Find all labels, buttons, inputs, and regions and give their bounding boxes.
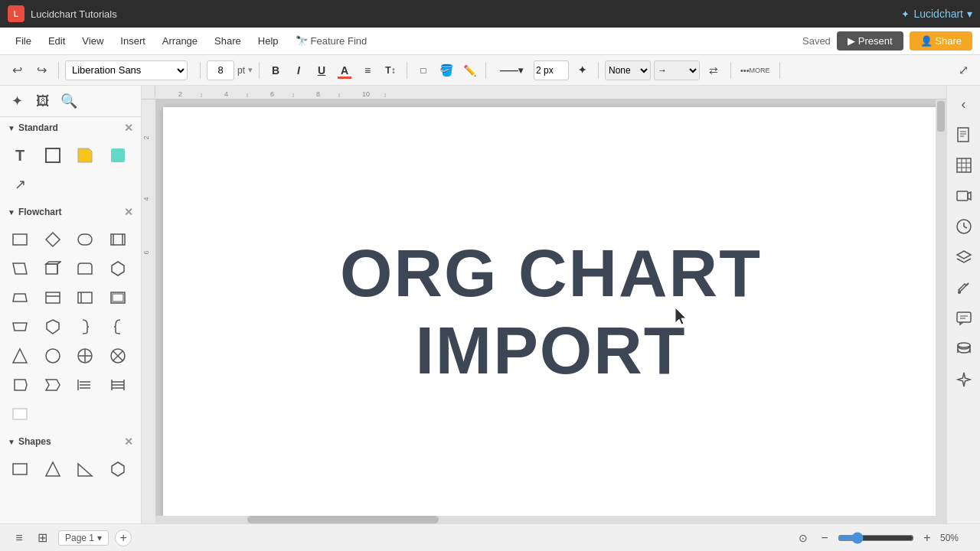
underline-button[interactable]: U: [312, 60, 332, 80]
note-shape[interactable]: [71, 142, 99, 169]
redo-button[interactable]: ↪: [31, 60, 52, 81]
menu-share[interactable]: Share: [207, 32, 249, 50]
align-button[interactable]: ≡: [358, 60, 377, 80]
start-arrow-select[interactable]: None Arrow: [605, 60, 651, 80]
canvas-area[interactable]: 2 4 6 8 10 2 4: [142, 86, 946, 523]
canvas-vscrollbar[interactable]: [936, 99, 946, 516]
canvas-title: ORG CHART IMPORT: [340, 234, 762, 389]
feature-find-btn[interactable]: 🔭 Feature Find: [296, 35, 368, 47]
sh-triangle[interactable]: [39, 455, 67, 483]
text-format-button[interactable]: T↕: [381, 60, 400, 80]
fill-color-button[interactable]: 🪣: [436, 60, 456, 80]
line-width-input[interactable]: [534, 60, 569, 80]
shapes-panel-button[interactable]: ✦: [6, 90, 28, 112]
fc-circle-x[interactable]: [104, 342, 132, 370]
fc-triangle[interactable]: [6, 342, 34, 370]
sh-hexagon[interactable]: [104, 455, 132, 483]
page-properties-btn[interactable]: [952, 122, 976, 147]
image-panel-button[interactable]: 🖼: [32, 90, 54, 112]
connection-point-button[interactable]: ✦: [572, 60, 592, 80]
font-size-input[interactable]: [207, 60, 234, 80]
fc-lines2[interactable]: [104, 371, 132, 399]
fc-circle[interactable]: [39, 342, 67, 370]
fc-double-border[interactable]: [104, 284, 132, 311]
fc-pent-left[interactable]: [6, 371, 34, 399]
sh-right-triangle[interactable]: [71, 455, 99, 483]
history-btn[interactable]: [952, 214, 976, 239]
menu-help[interactable]: Help: [250, 32, 286, 50]
fit-btn[interactable]: ⊙: [795, 532, 812, 544]
fc-diamond[interactable]: [39, 226, 67, 253]
font-family-select[interactable]: Liberation Sans Arial Helvetica Times Ne…: [65, 60, 188, 80]
fc-box3d[interactable]: [39, 255, 67, 282]
menu-arrange[interactable]: Arrange: [155, 32, 205, 50]
end-arrow-select[interactable]: → None: [654, 60, 700, 80]
collapse-right-panel-btn[interactable]: ‹: [952, 92, 976, 116]
swap-button[interactable]: ⇄: [703, 60, 724, 81]
fc-circle-plus[interactable]: [71, 342, 99, 370]
fc-lines[interactable]: [71, 371, 99, 399]
line-style-button[interactable]: ——▾: [492, 60, 531, 80]
arrow-shape[interactable]: ↗: [6, 171, 34, 198]
fc-rect[interactable]: [6, 226, 34, 253]
color-rect-shape[interactable]: [104, 142, 132, 169]
flowchart-section-header[interactable]: ▼ Flowchart ✕: [0, 201, 141, 223]
rect-shape[interactable]: [39, 142, 67, 169]
page-selector[interactable]: Page 1 ▾: [58, 530, 109, 546]
share-button[interactable]: 👤 Share: [910, 31, 972, 51]
fc-rounded[interactable]: [71, 226, 99, 253]
canvas-vscrollbar-thumb[interactable]: [937, 101, 945, 132]
fullscreen-button[interactable]: ⤢: [952, 60, 974, 81]
undo-button[interactable]: ↩: [6, 60, 28, 81]
zoom-slider[interactable]: [838, 532, 914, 544]
bold-button[interactable]: B: [266, 60, 286, 80]
grid-view-btn[interactable]: ⊞: [32, 528, 52, 548]
menu-view[interactable]: View: [74, 32, 111, 50]
comment-btn[interactable]: [952, 306, 976, 331]
add-page-btn[interactable]: +: [115, 530, 132, 546]
more-button[interactable]: ••• MORE: [737, 60, 773, 81]
flowchart-close-btn[interactable]: ✕: [124, 206, 133, 218]
toolbar: ↩ ↪ Liberation Sans Arial Helvetica Time…: [0, 55, 980, 86]
menu-edit[interactable]: Edit: [41, 32, 73, 50]
svg-rect-65: [958, 128, 969, 142]
fc-rect-round-top[interactable]: [71, 255, 99, 282]
text-shape[interactable]: T: [6, 142, 34, 169]
fc-trapezoid[interactable]: [6, 284, 34, 311]
fc-brace-left[interactable]: [104, 313, 132, 341]
menu-insert[interactable]: Insert: [113, 32, 153, 50]
standard-close-btn[interactable]: ✕: [124, 122, 133, 134]
search-panel-button[interactable]: 🔍: [58, 90, 80, 112]
fc-white-rect[interactable]: [6, 400, 34, 428]
zoom-plus-btn[interactable]: +: [919, 531, 936, 545]
ai-btn[interactable]: [952, 367, 976, 392]
fc-shield[interactable]: [39, 313, 67, 341]
menu-file[interactable]: File: [8, 32, 39, 50]
shapes-section-header[interactable]: ▼ Shapes ✕: [0, 431, 141, 452]
present-button[interactable]: ▶ Present: [837, 31, 903, 51]
linked-data-btn[interactable]: [952, 184, 976, 208]
database-btn[interactable]: [952, 337, 976, 361]
shape-style-button[interactable]: □: [413, 60, 433, 80]
fc-brace-right[interactable]: [71, 313, 99, 341]
fill-btn[interactable]: [952, 276, 976, 300]
fc-inv-trapezoid[interactable]: [6, 313, 34, 341]
zoom-minus-btn[interactable]: −: [816, 531, 833, 545]
fc-hexagon[interactable]: [104, 255, 132, 282]
fc-rect-scroll[interactable]: [71, 284, 99, 311]
shapes-close-btn[interactable]: ✕: [124, 435, 133, 448]
data-panel-btn[interactable]: [952, 153, 976, 178]
standard-section-header[interactable]: ▼ Standard ✕: [0, 117, 141, 139]
layers-btn[interactable]: [952, 245, 976, 269]
fc-parallelogram[interactable]: [6, 255, 34, 282]
font-color-button[interactable]: A: [335, 60, 354, 80]
fc-rect-wave[interactable]: [39, 284, 67, 311]
sh-rect[interactable]: [6, 455, 34, 483]
line-color-button[interactable]: ✏️: [459, 60, 479, 80]
fc-double-rect[interactable]: [104, 226, 132, 253]
list-view-btn[interactable]: ≡: [9, 528, 29, 548]
fc-chevron[interactable]: [39, 371, 67, 399]
canvas-scrollbar-thumb[interactable]: [247, 516, 439, 523]
italic-button[interactable]: I: [289, 60, 309, 80]
canvas-scrollbar[interactable]: [155, 516, 946, 523]
